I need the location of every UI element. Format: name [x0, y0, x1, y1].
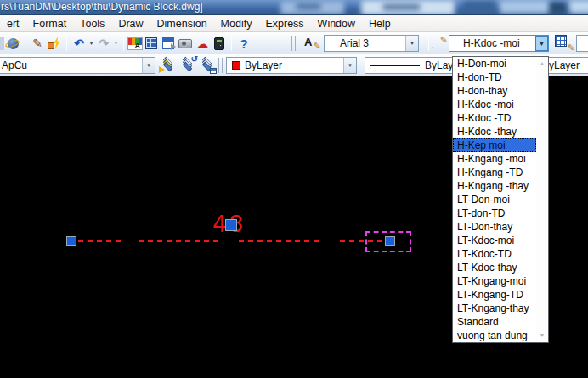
text-style-combo-value: Arial 3: [340, 37, 405, 49]
layer-combo-value: ApCu: [2, 59, 142, 71]
color-combo-arrow-icon[interactable]: ▾: [343, 58, 356, 73]
undo-dropdown-icon[interactable]: ▾: [88, 40, 95, 47]
layer-combo[interactable]: ApCu ▾: [0, 57, 155, 74]
background-window-blur: [280, 0, 588, 15]
redo-icon: ↷: [95, 36, 112, 51]
window-title: rs\TuanDM\Desktop\thu\Dynamic Block.dwg]: [1, 1, 203, 13]
make-object-layer-current-icon[interactable]: [160, 58, 177, 73]
layer-states-icon[interactable]: [199, 58, 216, 73]
calculator-icon[interactable]: [211, 36, 228, 51]
layer-previous-icon[interactable]: ↺: [179, 58, 196, 73]
menu-item[interactable]: Modify: [214, 15, 259, 32]
separator: [25, 36, 25, 51]
style-dropdown-item[interactable]: vuong tan dung: [453, 329, 536, 342]
style-dropdown-item[interactable]: LT-Kdoc-moi: [453, 234, 536, 247]
style-dropdown-item[interactable]: LT-don-TD: [453, 206, 536, 220]
toolbar-grip[interactable]: [218, 58, 223, 73]
workspace-colors-icon[interactable]: A: [127, 37, 143, 50]
properties-palette-icon[interactable]: [160, 36, 177, 51]
style-dropdown-list: H-Don-moiH-don-TDH-don-thayH-Kdoc -moiH-…: [452, 56, 549, 343]
lineweight-combo-value: ByLayer: [542, 59, 588, 71]
toolbar-standard: ✎ ↶ ▾ ↷ ▾ A ☁ ? A ✎ Arial 3 ▾: [0, 32, 588, 54]
color-combo[interactable]: ByLayer ▾: [226, 57, 357, 74]
markup-cloud-icon[interactable]: ☁: [194, 36, 211, 51]
style-dropdown-item[interactable]: H-Kngang -thay: [453, 179, 536, 193]
style-dropdown-item[interactable]: Standard: [453, 315, 536, 329]
match-properties-icon[interactable]: [46, 36, 63, 51]
style-dropdown-item[interactable]: H-Don-moi: [453, 57, 536, 71]
dim-text-style-combo[interactable]: H-Kdoc -moi ▼: [449, 35, 549, 52]
scroll-up-icon[interactable]: ▲: [536, 58, 548, 70]
style-dropdown-item[interactable]: H-Kdoc -TD: [453, 111, 536, 125]
separator: [123, 36, 124, 51]
menu-item[interactable]: ert: [0, 15, 26, 32]
dimension-line-segment: [239, 240, 323, 242]
dim-style-icon[interactable]: ← ✎: [430, 35, 449, 52]
style-dropdown-item[interactable]: H-don-thay: [453, 84, 536, 98]
style-dropdown-item[interactable]: H-Kngang -TD: [453, 166, 536, 179]
menu-item[interactable]: Help: [362, 15, 398, 32]
pencil-icon: ✎: [440, 35, 448, 52]
style-dropdown-item[interactable]: H-Kdoc -thay: [453, 125, 536, 138]
menu-item[interactable]: Express: [258, 15, 310, 32]
menu-item[interactable]: Format: [26, 15, 74, 32]
dimension-line-segment: [139, 240, 219, 242]
grip-left[interactable]: [66, 236, 76, 246]
menu-item[interactable]: Dimension: [150, 15, 214, 32]
style-dropdown-items: H-Don-moiH-don-TDH-don-thayH-Kdoc -moiH-…: [453, 57, 536, 342]
style-dropdown-item[interactable]: LT-Kdoc-thay: [453, 261, 536, 274]
text-style-combo-arrow-icon[interactable]: ▾: [405, 36, 418, 51]
menu-item[interactable]: Draw: [111, 15, 150, 32]
redo-dropdown-icon: ▾: [112, 40, 120, 47]
separator: [428, 36, 429, 51]
style-dropdown-item[interactable]: LT-Don-thay: [453, 220, 536, 234]
style-dropdown-item[interactable]: H-Kdoc -moi: [453, 98, 536, 111]
style-dropdown-item[interactable]: LT-Kngang-TD: [453, 288, 536, 302]
grip-right[interactable]: [385, 236, 395, 246]
text-style-combo[interactable]: Arial 3 ▾: [324, 35, 419, 52]
sketch-brush-icon[interactable]: ✎: [29, 36, 46, 51]
clipped-combo[interactable]: [576, 35, 588, 52]
separator: [231, 36, 232, 51]
style-dropdown-item[interactable]: LT-Kdoc-TD: [453, 247, 536, 261]
style-dropdown-item[interactable]: LT-Don-moi: [453, 193, 536, 206]
color-combo-value: ByLayer: [245, 59, 343, 71]
menu-item[interactable]: Window: [311, 15, 362, 32]
publish-globe-icon[interactable]: [4, 36, 21, 51]
style-dropdown-item[interactable]: H-Kngang -moi: [453, 152, 536, 166]
layer-combo-arrow-icon[interactable]: ▾: [142, 58, 155, 73]
grip-middle[interactable]: [225, 219, 237, 231]
toolbar-grip[interactable]: [291, 36, 296, 51]
separator: [66, 36, 67, 51]
autocad-window: rs\TuanDM\Desktop\thu\Dynamic Block.dwg]…: [0, 0, 588, 378]
pencil-icon: ✎: [568, 42, 575, 54]
style-dropdown-item[interactable]: H-Kep moi: [453, 138, 536, 152]
dim-text-style-combo-arrow-icon[interactable]: ▼: [535, 36, 548, 51]
menu-bar: ertFormatToolsDrawDimensionModifyExpress…: [0, 15, 588, 32]
color-swatch: [232, 61, 240, 70]
dim-text-style-combo-value: H-Kdoc -moi: [463, 37, 535, 49]
style-dropdown-item[interactable]: LT-Kngang-thay: [453, 302, 536, 315]
dropdown-scrollbar[interactable]: ▲ ▼: [536, 57, 548, 342]
render-camera-icon[interactable]: [177, 36, 194, 51]
undo-icon[interactable]: ↶: [71, 36, 88, 51]
title-bar: rs\TuanDM\Desktop\thu\Dynamic Block.dwg]: [0, 0, 588, 15]
pencil-icon: ✎: [314, 41, 321, 52]
menu-item[interactable]: Tools: [73, 15, 111, 32]
help-icon[interactable]: ?: [235, 36, 252, 51]
style-dropdown-item[interactable]: LT-Kngang-moi: [453, 274, 536, 288]
dimension-line-segment: [78, 240, 122, 242]
scroll-down-icon[interactable]: ▼: [536, 330, 548, 341]
table-style-icon[interactable]: ✎: [555, 35, 574, 52]
layout-grid-icon[interactable]: [143, 36, 160, 51]
linetype-sample: [370, 65, 420, 66]
text-style-icon[interactable]: A ✎: [302, 35, 321, 52]
style-dropdown-item[interactable]: H-don-TD: [453, 71, 536, 84]
standard-icons: ✎ ↶ ▾ ↷ ▾ A ☁ ?: [0, 32, 252, 54]
